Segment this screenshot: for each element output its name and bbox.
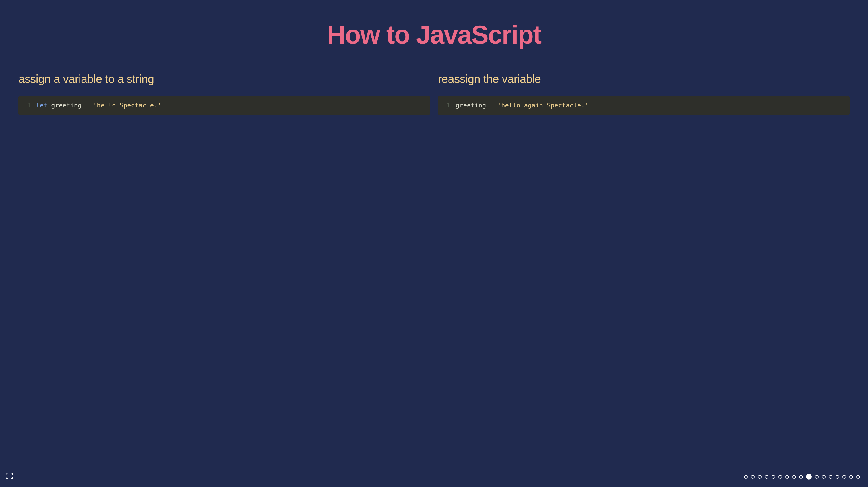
code-identifier: greeting <box>456 102 490 109</box>
code-operator: = <box>490 102 493 109</box>
code-identifier: greeting <box>48 102 85 109</box>
slide-pager <box>744 474 860 480</box>
slide: How to JavaScript assign a variable to a… <box>0 0 868 487</box>
code-block-right: 1greeting = 'hello again Spectacle.' <box>438 96 849 115</box>
pager-dot[interactable] <box>842 475 846 479</box>
pager-dot[interactable] <box>829 475 832 479</box>
fullscreen-icon <box>6 473 12 479</box>
pager-dot[interactable] <box>836 475 839 479</box>
code-string: 'hello Spectacle.' <box>89 102 162 109</box>
pager-dot[interactable] <box>849 475 853 479</box>
pager-dot[interactable] <box>744 475 748 479</box>
pager-dot[interactable] <box>799 475 803 479</box>
code-block-left: 1let greeting = 'hello Spectacle.' <box>19 96 430 115</box>
code-string: 'hello again Spectacle.' <box>494 102 589 109</box>
fullscreen-button[interactable] <box>6 473 12 479</box>
pager-dot[interactable] <box>792 475 796 479</box>
column-left: assign a variable to a string 1let greet… <box>19 73 430 115</box>
pager-dot[interactable] <box>785 475 789 479</box>
pager-dot[interactable] <box>765 475 768 479</box>
column-right: reassign the variable 1greeting = 'hello… <box>438 73 849 115</box>
subheading-right: reassign the variable <box>438 73 849 86</box>
columns: assign a variable to a string 1let greet… <box>11 73 857 115</box>
pager-dot[interactable] <box>758 475 762 479</box>
pager-dot[interactable] <box>751 475 755 479</box>
line-number: 1 <box>27 102 31 109</box>
code-operator: = <box>85 102 89 109</box>
code-keyword: let <box>36 102 48 109</box>
pager-dot[interactable] <box>856 475 860 479</box>
pager-dot[interactable] <box>778 475 782 479</box>
pager-dot[interactable] <box>822 475 826 479</box>
line-number: 1 <box>446 102 451 109</box>
pager-dot[interactable] <box>806 474 812 480</box>
pager-dot[interactable] <box>772 475 775 479</box>
subheading-left: assign a variable to a string <box>19 73 430 86</box>
pager-dot[interactable] <box>815 475 818 479</box>
slide-title: How to JavaScript <box>11 20 857 50</box>
